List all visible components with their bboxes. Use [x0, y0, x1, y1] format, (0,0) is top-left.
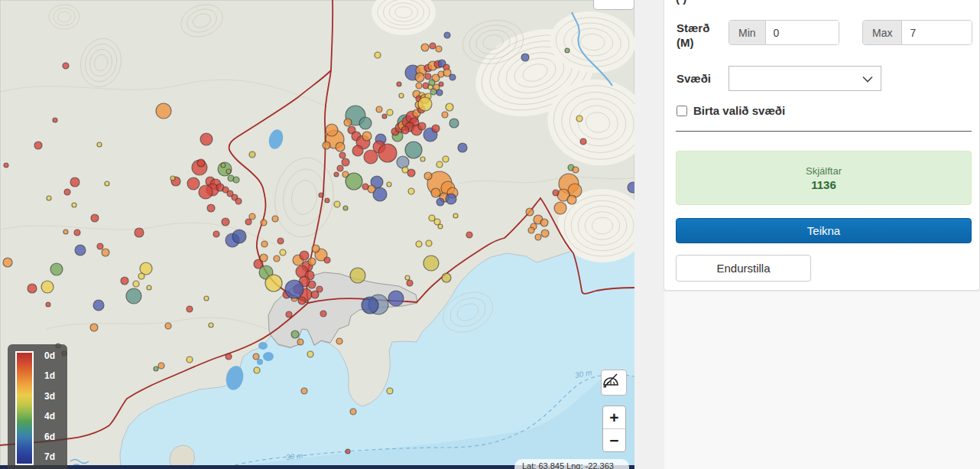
quake-marker[interactable] [466, 232, 472, 238]
quake-marker[interactable] [63, 63, 69, 69]
quake-marker[interactable] [199, 185, 213, 199]
quake-marker[interactable] [213, 231, 219, 237]
quake-marker[interactable] [105, 181, 109, 186]
quake-marker[interactable] [442, 273, 451, 282]
quake-marker[interactable] [565, 48, 570, 53]
quake-marker[interactable] [63, 230, 68, 234]
quake-marker[interactable] [308, 258, 316, 265]
quake-marker[interactable] [97, 142, 102, 147]
quake-marker[interactable] [254, 367, 260, 373]
quake-marker[interactable] [261, 241, 268, 247]
quake-marker[interactable] [326, 124, 338, 136]
quake-marker[interactable] [53, 118, 57, 122]
quake-marker[interactable] [121, 277, 128, 285]
quake-marker[interactable] [274, 256, 280, 262]
quake-marker[interactable] [233, 177, 239, 183]
quake-marker[interactable] [416, 83, 422, 89]
quake-marker[interactable] [540, 219, 548, 226]
quake-marker[interactable] [339, 152, 346, 158]
draw-button[interactable]: Teikna [676, 218, 972, 243]
quake-marker[interactable] [291, 331, 299, 338]
zoom-out-button[interactable]: − [603, 429, 625, 452]
quake-marker[interactable] [253, 353, 259, 360]
quake-marker[interactable] [535, 234, 541, 240]
quake-marker[interactable] [245, 219, 251, 225]
quake-marker[interactable] [442, 112, 448, 118]
quake-marker[interactable] [285, 280, 303, 298]
quake-marker[interactable] [418, 122, 426, 130]
quake-marker[interactable] [408, 188, 414, 194]
quake-marker[interactable] [430, 43, 436, 49]
quake-marker[interactable] [50, 263, 63, 275]
quake-marker[interactable] [147, 285, 151, 290]
quake-marker[interactable] [41, 281, 54, 293]
quake-marker[interactable] [307, 351, 313, 357]
quake-marker[interactable] [187, 306, 193, 312]
quake-marker[interactable] [352, 145, 363, 156]
quake-marker[interactable] [430, 89, 436, 95]
quake-marker[interactable] [376, 106, 382, 112]
quake-marker[interactable] [375, 52, 381, 58]
quake-marker[interactable] [34, 142, 42, 149]
quake-marker[interactable] [200, 133, 213, 145]
quake-marker[interactable] [628, 182, 634, 193]
quake-marker[interactable] [232, 230, 246, 243]
quake-marker[interactable] [91, 214, 99, 222]
quake-marker[interactable] [526, 208, 534, 216]
quake-marker[interactable] [28, 284, 37, 293]
quake-marker[interactable] [397, 82, 401, 86]
quake-marker[interactable] [249, 151, 255, 158]
quake-marker[interactable] [90, 324, 98, 331]
measure-button[interactable] [601, 370, 627, 396]
quake-marker[interactable] [154, 366, 158, 371]
quake-marker[interactable] [75, 245, 86, 256]
quake-marker[interactable] [301, 388, 307, 394]
map-toolbar-button-partial[interactable] [593, 0, 634, 10]
quake-marker[interactable] [319, 193, 323, 197]
quake-marker[interactable] [415, 73, 424, 82]
quake-marker[interactable] [280, 249, 286, 256]
quake-marker[interactable] [226, 169, 231, 174]
quake-marker[interactable] [458, 143, 467, 152]
quake-marker[interactable] [423, 256, 439, 271]
quake-marker[interactable] [336, 142, 345, 151]
map[interactable]: 30 m 30 m 0d 1d 3d 4d 6d 7d [0, 0, 634, 469]
quake-marker[interactable] [286, 311, 292, 318]
quake-marker[interactable] [325, 198, 329, 203]
quake-marker[interactable] [72, 203, 76, 207]
quake-marker[interactable] [47, 196, 51, 200]
quake-marker[interactable] [308, 281, 316, 288]
quake-marker[interactable] [323, 142, 330, 149]
quake-marker[interactable] [443, 156, 449, 162]
quake-marker[interactable] [387, 182, 391, 187]
quake-marker[interactable] [346, 449, 350, 454]
quake-marker[interactable] [222, 218, 229, 226]
quake-marker[interactable] [576, 116, 582, 122]
quake-marker[interactable] [425, 73, 431, 80]
quake-marker[interactable] [405, 142, 422, 158]
show-selected-area-checkbox[interactable] [677, 106, 687, 116]
quake-marker[interactable] [226, 353, 232, 360]
quake-marker[interactable] [260, 254, 268, 262]
quake-marker[interactable] [449, 74, 456, 80]
quake-marker[interactable] [46, 302, 50, 307]
quake-marker[interactable] [265, 275, 282, 291]
quake-marker[interactable] [362, 297, 378, 314]
reset-button[interactable]: Endurstilla [676, 255, 811, 282]
quake-marker[interactable] [312, 245, 320, 252]
quake-marker[interactable] [554, 202, 566, 214]
quake-marker[interactable] [362, 132, 372, 141]
quake-marker[interactable] [567, 195, 576, 204]
quake-marker[interactable] [378, 144, 397, 162]
quake-marker[interactable] [320, 311, 326, 317]
quake-marker[interactable] [261, 220, 267, 226]
quake-marker[interactable] [436, 90, 443, 96]
min-magnitude-input[interactable] [766, 21, 839, 44]
quake-marker[interactable] [170, 176, 175, 181]
quake-marker[interactable] [344, 119, 352, 126]
quake-marker[interactable] [93, 300, 104, 311]
quake-marker[interactable] [387, 109, 393, 116]
quake-marker[interactable] [418, 97, 432, 111]
quake-marker[interactable] [362, 184, 368, 190]
quake-marker[interactable] [135, 228, 144, 237]
